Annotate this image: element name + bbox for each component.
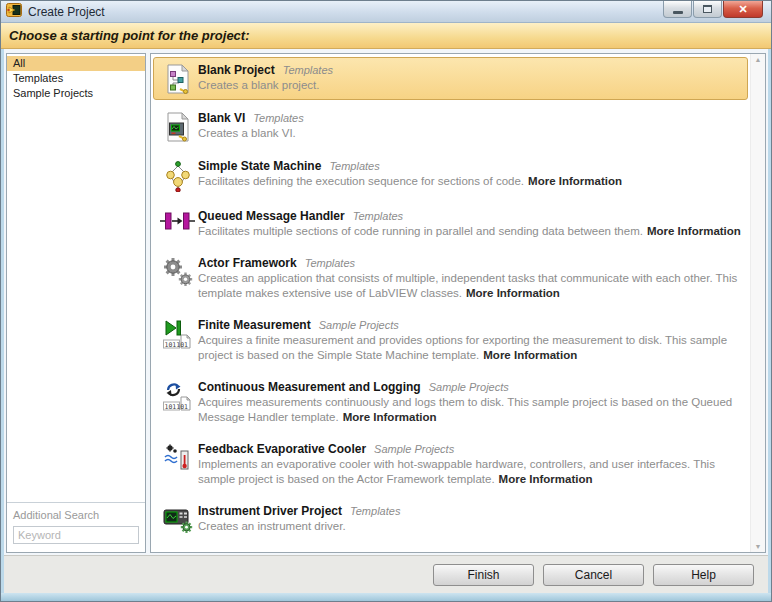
item-description: Acquires a finite measurement and provid… — [198, 334, 727, 361]
item-category: Templates — [305, 257, 355, 269]
sidebar-item-all[interactable]: All — [7, 56, 145, 71]
item-description: Creates a blank project. — [198, 79, 319, 91]
category-sidebar: All Templates Sample Projects Additional… — [6, 53, 146, 553]
item-title: Finite Measurement — [198, 318, 311, 332]
minimize-icon — [673, 11, 683, 14]
keyword-search-input[interactable] — [13, 526, 139, 544]
maximize-button[interactable] — [693, 1, 722, 18]
scroll-down-icon[interactable]: ▼ — [755, 543, 762, 550]
maximize-icon — [703, 5, 712, 13]
item-title: Feedback Evaporative Cooler — [198, 442, 366, 456]
more-information-link[interactable]: More Information — [483, 349, 577, 361]
sidebar-item-templates[interactable]: Templates — [7, 71, 145, 86]
more-information-link[interactable]: More Information — [528, 175, 622, 187]
list-item-instrument-driver-project[interactable]: Instrument Driver ProjectTemplates Creat… — [153, 498, 748, 540]
scroll-up-icon[interactable]: ▲ — [755, 56, 762, 63]
window-controls: ✕ — [663, 1, 763, 18]
item-category: Templates — [329, 160, 379, 172]
item-category: Templates — [350, 505, 400, 517]
item-category: Sample Projects — [374, 443, 454, 455]
sidebar-item-sample-projects[interactable]: Sample Projects — [7, 86, 145, 101]
cancel-button[interactable]: Cancel — [543, 564, 644, 586]
item-description: Creates a blank VI. — [198, 127, 296, 139]
finish-button[interactable]: Finish — [433, 564, 534, 586]
item-title: Blank VI — [198, 111, 245, 125]
feedback-evaporative-cooler-icon — [158, 440, 198, 473]
list-item-continuous-measurement-and-logging[interactable]: 101101 Continuous Measurement and Loggin… — [153, 374, 748, 431]
item-description: Creates an instrument driver. — [198, 520, 346, 532]
item-category: Templates — [353, 210, 403, 222]
close-button[interactable]: ✕ — [723, 1, 763, 18]
title-bar[interactable]: Create Project — [1, 1, 771, 23]
close-icon: ✕ — [738, 3, 747, 16]
template-list-panel: Blank ProjectTemplates Creates a blank p… — [150, 53, 766, 553]
item-title: Instrument Driver Project — [198, 504, 342, 518]
labview-app-icon — [6, 2, 22, 22]
list-item-blank-vi[interactable]: Blank VITemplates Creates a blank VI. — [153, 105, 748, 148]
item-title: Blank Project — [198, 63, 275, 77]
item-category: Sample Projects — [319, 319, 399, 331]
queued-message-handler-icon — [158, 207, 198, 232]
simple-state-machine-icon — [158, 157, 198, 192]
item-category: Templates — [253, 112, 303, 124]
additional-search-panel: Additional Search — [7, 502, 145, 552]
finite-measurement-icon: 101101 — [158, 316, 198, 350]
list-item-blank-project[interactable]: Blank ProjectTemplates Creates a blank p… — [153, 57, 748, 100]
more-information-link[interactable]: More Information — [499, 473, 593, 485]
list-item-queued-message-handler[interactable]: Queued Message HandlerTemplates Facilita… — [153, 203, 748, 245]
footer-bar: Finish Cancel Help — [4, 555, 768, 593]
category-list: All Templates Sample Projects — [7, 54, 145, 502]
help-button[interactable]: Help — [653, 564, 754, 586]
list-item-simple-state-machine[interactable]: Simple State MachineTemplates Facilitate… — [153, 153, 748, 198]
item-title: Queued Message Handler — [198, 209, 345, 223]
window-bottom-frame — [1, 593, 771, 601]
header-band: Choose a starting point for the project: — [1, 23, 771, 49]
item-category: Templates — [283, 64, 333, 76]
item-description: Acquires measurements continuously and l… — [198, 396, 732, 423]
list-item-actor-framework[interactable]: Actor FrameworkTemplates Creates an appl… — [153, 250, 748, 307]
blank-project-icon — [158, 61, 198, 94]
svg-text:101101: 101101 — [165, 341, 189, 349]
client-area: All Templates Sample Projects Additional… — [4, 49, 768, 555]
template-list: Blank ProjectTemplates Creates a blank p… — [151, 54, 750, 552]
list-item-finite-measurement[interactable]: 101101 Finite MeasurementSample Projects… — [153, 312, 748, 369]
item-title: Actor Framework — [198, 256, 297, 270]
vertical-scrollbar[interactable]: ▲ ▼ — [750, 54, 765, 552]
instrument-driver-icon — [158, 502, 198, 533]
item-description: Facilitates defining the execution seque… — [198, 175, 524, 187]
window-title: Create Project — [28, 5, 105, 19]
minimize-button[interactable] — [663, 1, 692, 18]
more-information-link[interactable]: More Information — [466, 287, 560, 299]
continuous-measurement-icon: 101101 — [158, 378, 198, 412]
list-item-feedback-evaporative-cooler[interactable]: Feedback Evaporative CoolerSample Projec… — [153, 436, 748, 493]
item-title: Continuous Measurement and Logging — [198, 380, 421, 394]
actor-framework-icon — [158, 254, 198, 287]
blank-vi-icon — [158, 109, 198, 142]
svg-text:101101: 101101 — [165, 403, 189, 411]
item-category: Sample Projects — [429, 381, 509, 393]
more-information-link[interactable]: More Information — [343, 411, 437, 423]
item-description: Facilitates multiple sections of code ru… — [198, 225, 643, 237]
additional-search-label: Additional Search — [13, 509, 139, 521]
more-information-link[interactable]: More Information — [647, 225, 741, 237]
item-title: Simple State Machine — [198, 159, 321, 173]
item-description: Implements an evaporative cooler with ho… — [198, 458, 715, 485]
header-prompt: Choose a starting point for the project: — [9, 28, 250, 43]
create-project-dialog: Create Project ✕ Choose a starting point… — [0, 0, 772, 602]
